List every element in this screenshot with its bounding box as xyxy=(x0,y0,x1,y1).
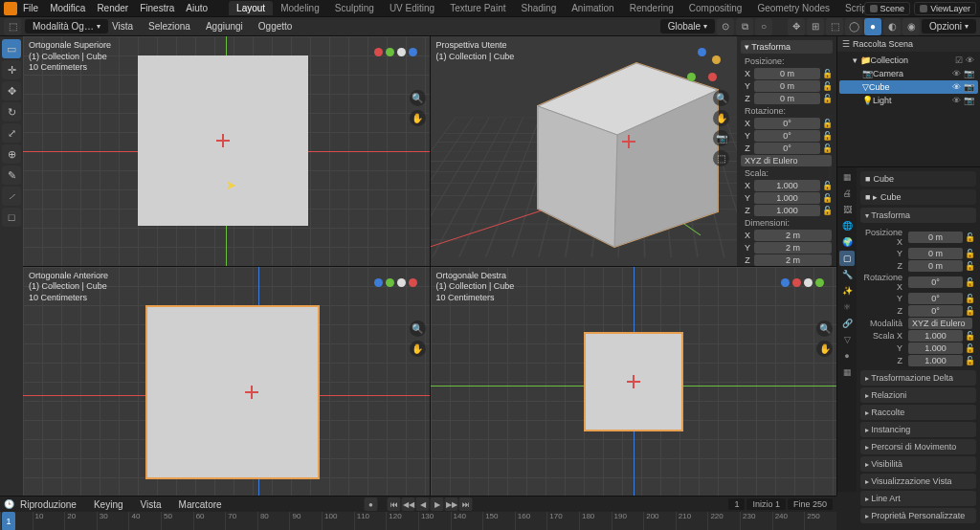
outliner-type-icon[interactable]: ☰ xyxy=(842,39,850,49)
tool-cursor[interactable]: ✛ xyxy=(2,60,21,79)
camera-icon[interactable]: 📷 xyxy=(713,130,729,146)
prop-scale-y[interactable]: 1.000 xyxy=(908,342,963,354)
lock-icon[interactable]: 🔓 xyxy=(965,277,974,287)
ptab-constraints[interactable]: 🔗 xyxy=(839,316,855,331)
play-icon[interactable]: ▶ xyxy=(431,497,444,511)
panel-collections[interactable]: Raccolte xyxy=(860,405,976,420)
viewport-right[interactable]: Ortogonale Destra (1) Collection | Cube … xyxy=(431,267,837,497)
prop-rot-x[interactable]: 0° xyxy=(908,276,963,288)
ortho-toggle-icon[interactable]: ⬚ xyxy=(713,150,729,166)
overlays-icon[interactable]: ⊞ xyxy=(807,18,824,35)
panel-lineart[interactable]: Line Art xyxy=(860,491,976,506)
gizmo-toggle-icon[interactable]: ✥ xyxy=(788,18,805,35)
viewlayer-selector[interactable]: ViewLayer xyxy=(914,2,976,15)
tool-rotate[interactable]: ↻ xyxy=(2,102,21,121)
dim-y-field[interactable]: 2 m xyxy=(754,242,832,254)
tool-annotate[interactable]: ✎ xyxy=(2,166,21,185)
tl-menu-marker[interactable]: Marcatore xyxy=(179,499,222,510)
panel-visibility[interactable]: Visibilità xyxy=(860,456,976,472)
scale-y-field[interactable]: 1.000 xyxy=(754,192,820,204)
start-frame-field[interactable]: Inizio 1 xyxy=(746,498,786,510)
lock-icon[interactable]: 🔓 xyxy=(965,343,974,353)
tl-menu-keying[interactable]: Keying xyxy=(94,499,123,510)
lock-icon[interactable]: 🔓 xyxy=(965,306,974,316)
lock-icon[interactable]: 🔓 xyxy=(965,249,974,258)
dim-z-field[interactable]: 2 m xyxy=(754,254,832,266)
zoom-icon[interactable]: 🔍 xyxy=(410,320,426,337)
pos-x-field[interactable]: 0 m xyxy=(754,68,820,79)
jump-start-icon[interactable]: ⏮ xyxy=(388,497,401,511)
prop-rot-y[interactable]: 0° xyxy=(908,293,963,304)
header-view[interactable]: Vista xyxy=(112,21,133,32)
npanel-transform-header[interactable]: ▾ Trasforma xyxy=(741,40,833,54)
end-frame-field[interactable]: Fine 250 xyxy=(788,498,833,510)
dim-x-field[interactable]: 2 m xyxy=(754,230,832,241)
zoom-icon[interactable]: 🔍 xyxy=(410,90,426,106)
nav-gizmo[interactable] xyxy=(374,46,416,59)
lock-icon[interactable]: 🔓 xyxy=(965,232,974,242)
prop-pos-z[interactable]: 0 m xyxy=(908,260,963,272)
tl-menu-playback[interactable]: Riproduzione xyxy=(20,499,77,510)
timeline-type-icon[interactable]: 🕒 xyxy=(4,499,14,509)
jump-end-icon[interactable]: ⏭ xyxy=(459,497,473,511)
ptab-viewlayer[interactable]: 🖼 xyxy=(839,202,855,217)
tool-measure[interactable]: ⟋ xyxy=(2,187,21,206)
lock-icon[interactable]: 🔓 xyxy=(821,144,833,153)
tab-texture-paint[interactable]: Texture Paint xyxy=(442,1,513,15)
lock-icon[interactable]: 🔓 xyxy=(821,193,833,203)
ptab-modifiers[interactable]: 🔧 xyxy=(839,267,855,282)
viewport-perspective[interactable]: Prospettiva Utente (1) Collection | Cube… xyxy=(431,36,837,266)
ptab-texture[interactable]: ▦ xyxy=(839,364,855,380)
shading-solid-icon[interactable]: ● xyxy=(864,18,881,35)
pos-y-field[interactable]: 0 m xyxy=(754,80,820,92)
prop-rot-z[interactable]: 0° xyxy=(908,305,963,317)
ptab-material[interactable]: ● xyxy=(839,348,855,364)
tab-shading[interactable]: Shading xyxy=(514,1,565,15)
tab-sculpting[interactable]: Sculpting xyxy=(327,1,382,15)
play-reverse-icon[interactable]: ◀ xyxy=(416,497,430,511)
prop-pos-y[interactable]: 0 m xyxy=(908,248,963,259)
tab-animation[interactable]: Animation xyxy=(564,1,621,15)
nav-gizmo[interactable] xyxy=(374,276,416,290)
tool-move[interactable]: ✥ xyxy=(2,81,21,100)
pan-icon[interactable]: ✋ xyxy=(816,341,833,357)
viewport-top[interactable]: ➤ Ortogonale Superiore (1) Collection | … xyxy=(23,36,430,266)
lock-icon[interactable]: 🔓 xyxy=(965,294,974,303)
zoom-icon[interactable]: 🔍 xyxy=(816,320,833,337)
pan-icon[interactable]: ✋ xyxy=(410,341,426,357)
lock-icon[interactable]: 🔓 xyxy=(821,81,833,91)
lock-icon[interactable]: 🔓 xyxy=(821,69,833,78)
autokey-icon[interactable]: ● xyxy=(365,497,378,511)
nav-gizmo[interactable] xyxy=(681,46,724,88)
rot-z-field[interactable]: 0° xyxy=(754,143,820,154)
panel-relations[interactable]: Relazioni xyxy=(860,387,976,403)
prev-key-icon[interactable]: ◀◀ xyxy=(402,497,415,511)
panel-instancing[interactable]: Instancing xyxy=(860,422,976,437)
ptab-data[interactable]: ▽ xyxy=(839,332,855,347)
rot-y-field[interactable]: 0° xyxy=(754,130,820,142)
tab-rendering[interactable]: Rendering xyxy=(622,1,681,15)
ptab-output[interactable]: 🖨 xyxy=(839,186,855,201)
menu-render[interactable]: Render xyxy=(97,3,128,13)
tree-collection[interactable]: ▾ 📁 Collection☑ 👁 xyxy=(839,54,978,67)
xray-icon[interactable]: ⬚ xyxy=(826,18,843,35)
lock-icon[interactable]: 🔓 xyxy=(821,119,833,128)
ptab-render[interactable]: ▦ xyxy=(839,169,855,185)
pos-z-field[interactable]: 0 m xyxy=(754,93,820,104)
tool-select[interactable]: ▭ xyxy=(2,39,21,58)
current-frame-field[interactable]: 1 xyxy=(728,498,745,510)
tool-transform[interactable]: ⊕ xyxy=(2,144,21,164)
rot-x-field[interactable]: 0° xyxy=(754,118,820,129)
lock-icon[interactable]: 🔓 xyxy=(821,181,833,190)
ptab-world[interactable]: 🌍 xyxy=(839,234,855,250)
snap-icon[interactable]: ⧉ xyxy=(736,18,753,35)
prop-scale-x[interactable]: 1.000 xyxy=(908,330,963,342)
prop-scale-z[interactable]: 1.000 xyxy=(908,355,963,366)
options-dropdown[interactable]: Opzioni xyxy=(922,19,976,33)
header-add[interactable]: Aggiungi xyxy=(206,21,243,32)
pivot-icon[interactable]: ⊙ xyxy=(717,18,734,35)
playhead[interactable]: 1 xyxy=(2,512,15,530)
scale-x-field[interactable]: 1.000 xyxy=(754,180,820,191)
tree-cube[interactable]: ▽ Cube👁 📷 xyxy=(839,80,978,94)
shading-material-icon[interactable]: ◐ xyxy=(883,18,901,35)
